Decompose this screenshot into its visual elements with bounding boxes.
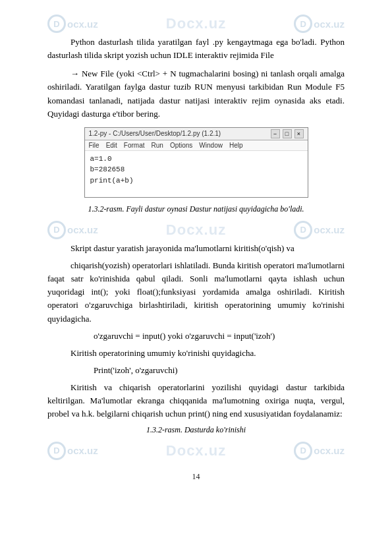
watermark-text-mid-left: ocx.uz	[67, 224, 98, 235]
docx-circle-icon-mid-left: D	[47, 221, 66, 239]
ide-body: a=1.0 b=282658 print(a+b)	[85, 151, 308, 197]
ide-menu-file[interactable]: File	[89, 142, 99, 149]
watermark-logo-mid-left: D ocx.uz	[47, 221, 98, 239]
watermark-center-top: Docx.uz	[166, 15, 226, 32]
ide-menubar: File Edit Format Run Options Window Help	[85, 140, 308, 151]
watermark-top: D ocx.uz Docx.uz D ocx.uz	[47, 15, 345, 33]
ide-controls: − □ ×	[271, 129, 304, 138]
docx-circle-icon-bottom-left: D	[47, 442, 66, 460]
watermark-logo-bottom-left: D ocx.uz	[47, 442, 98, 460]
ide-title-text: 1.2-py - C:/Users/User/Desktop/1.2.py (1…	[89, 130, 271, 137]
ide-menu-run[interactable]: Run	[152, 142, 163, 149]
ide-window: 1.2-py - C:/Users/User/Desktop/1.2.py (1…	[84, 127, 308, 198]
paragraph-1: Python dasturlash tilida yaratilgan fayl…	[47, 36, 345, 62]
watermark-logo-right: D ocx.uz	[294, 15, 345, 33]
paragraph-4: chiqarish(yozish) operatorlari ishlatila…	[47, 259, 345, 326]
ide-menu-edit[interactable]: Edit	[106, 142, 117, 149]
docx-circle-icon-mid-right: D	[294, 221, 312, 239]
ide-menu-format[interactable]: Format	[124, 142, 145, 149]
code-line-2: b=282658	[90, 164, 302, 175]
formula-2: Print('izoh', o'zgaruvchi)	[47, 364, 345, 377]
caption-2: 1.3.2-rasm. Dasturda ko'rinishi	[47, 425, 345, 435]
watermark-logo-left: D ocx.uz	[47, 15, 98, 33]
ide-titlebar: 1.2-py - C:/Users/User/Desktop/1.2.py (1…	[85, 128, 308, 140]
watermark-text-bottom-right: ocx.uz	[314, 445, 345, 456]
watermark-text-bottom-left: ocx.uz	[67, 445, 98, 456]
ide-close-button[interactable]: ×	[294, 129, 304, 138]
code-line-3: print(a+b)	[90, 175, 302, 187]
watermark-center-mid: Docx.uz	[166, 221, 226, 239]
watermark-text-mid-right: ocx.uz	[314, 224, 345, 235]
watermark-bottom: D ocx.uz Docx.uz D ocx.uz	[47, 442, 345, 460]
watermark-logo-mid-right: D ocx.uz	[294, 221, 345, 239]
paragraph-2: → New File (yoki <Ctrl> + N tugmachalari…	[47, 67, 345, 121]
watermark-text-left: ocx.uz	[67, 18, 98, 30]
ide-menu-window[interactable]: Window	[199, 142, 223, 149]
code-line-1: a=1.0	[90, 154, 302, 165]
formula-1: o'zgaruvchi = input() yoki o'zgaruvchi =…	[47, 330, 345, 343]
paragraph-5: Kiritish operatorining umumiy ko'rinishi…	[47, 347, 345, 360]
watermark-text-right: ocx.uz	[314, 18, 345, 30]
page: D ocx.uz Docx.uz D ocx.uz Python dasturl…	[0, 0, 392, 555]
caption-1: 1.3.2-rasm. Fayli dastur oynasi Dastur n…	[47, 204, 345, 214]
paragraph-6: Kiritish va chiqarish operatorlarini yoz…	[47, 381, 345, 421]
docx-circle-icon: D	[47, 15, 66, 33]
paragraph-3: Skript dastur yaratish jarayonida ma'lum…	[47, 242, 345, 255]
ide-menu-options[interactable]: Options	[170, 142, 192, 149]
ide-minimize-button[interactable]: −	[271, 129, 280, 138]
page-number: 14	[47, 472, 345, 482]
watermark-logo-bottom-right: D ocx.uz	[294, 442, 345, 460]
docx-circle-icon-bottom-right: D	[294, 442, 312, 460]
watermark-mid: D ocx.uz Docx.uz D ocx.uz	[47, 221, 345, 239]
docx-circle-icon-right: D	[294, 15, 312, 33]
ide-maximize-button[interactable]: □	[283, 129, 292, 138]
watermark-center-bottom: Docx.uz	[166, 442, 226, 459]
ide-menu-help[interactable]: Help	[229, 142, 243, 149]
